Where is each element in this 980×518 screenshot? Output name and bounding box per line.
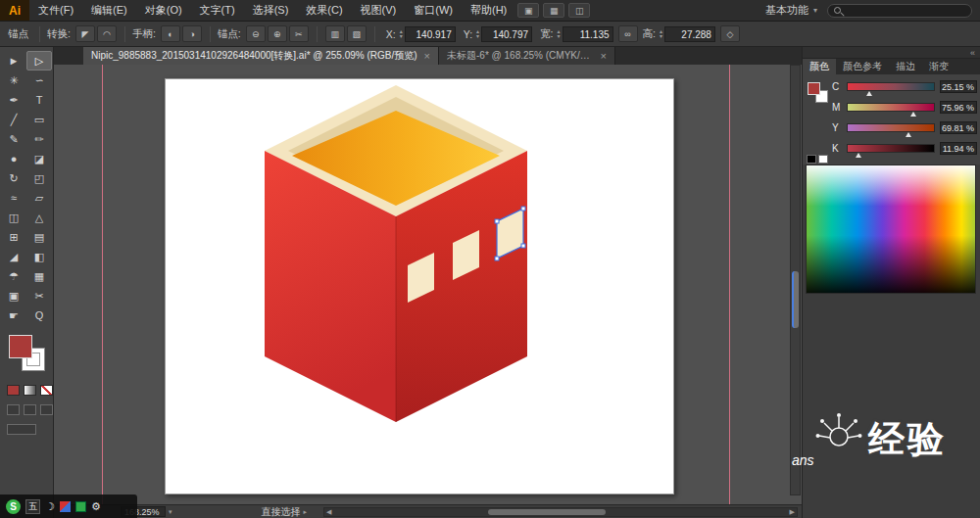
sogou-icon[interactable]: S — [6, 499, 21, 514]
collapse-panels-icon[interactable]: « — [970, 48, 975, 58]
horizontal-scrollbar[interactable]: ◀ ▶ — [323, 507, 798, 517]
menu-help[interactable]: 帮助(H) — [462, 0, 515, 21]
convert-to-smooth-button[interactable]: ◠ — [97, 25, 117, 42]
none-button[interactable] — [40, 385, 53, 396]
width-tool[interactable]: ≈ — [1, 188, 26, 208]
draw-behind-button[interactable] — [24, 404, 36, 415]
grid-icon[interactable] — [75, 501, 86, 512]
cut-path-button[interactable]: ✂ — [289, 25, 309, 42]
menu-window[interactable]: 窗口(W) — [405, 0, 462, 21]
yellow-slider[interactable] — [847, 123, 935, 132]
symbol-sprayer-tool[interactable]: ☂ — [1, 266, 26, 286]
artboard[interactable] — [165, 78, 674, 494]
status-menu-icon[interactable]: ▸ — [304, 508, 308, 516]
fill-swatch[interactable] — [9, 335, 32, 358]
magic-wand-tool[interactable]: ✳ — [1, 71, 26, 90]
color-spectrum[interactable] — [806, 165, 976, 294]
mesh-tool[interactable]: ⊞ — [1, 227, 26, 247]
slice-tool[interactable]: ✂ — [26, 286, 52, 306]
eraser-tool[interactable]: ◪ — [26, 149, 52, 168]
skin-icon[interactable] — [60, 501, 71, 512]
wubi-mode-icon[interactable]: 五 — [25, 499, 40, 514]
remove-anchor-button[interactable]: ⊖ — [246, 25, 266, 42]
direct-selection-tool[interactable]: ▷ — [26, 51, 52, 71]
moon-icon[interactable]: ☽ — [45, 500, 55, 513]
hide-handles-button[interactable]: ◑ — [182, 25, 202, 42]
column-graph-tool[interactable]: ▦ — [26, 266, 52, 286]
gear-icon[interactable]: ⚙ — [91, 500, 101, 513]
height-value-field[interactable]: 27.288 — [664, 26, 715, 42]
x-value-field[interactable]: 140.917 — [405, 26, 456, 42]
arrange-documents-icon[interactable]: ▦ — [543, 3, 564, 18]
selection-tool[interactable]: ► — [1, 51, 26, 71]
lasso-tool[interactable]: ∽ — [26, 71, 52, 90]
extras-icon[interactable]: ◫ — [568, 3, 590, 18]
menu-select[interactable]: 选择(S) — [244, 0, 298, 21]
guide-line[interactable] — [729, 65, 730, 504]
eyedropper-tool[interactable]: ◢ — [1, 247, 26, 266]
scroll-right-icon[interactable]: ▶ — [788, 508, 797, 516]
height-spinner[interactable]: ▴▾ — [660, 29, 662, 39]
shape-builder-tool[interactable]: ◫ — [1, 208, 26, 227]
link-dimensions-icon[interactable]: ∞ — [618, 25, 638, 42]
fill-swatch[interactable] — [808, 82, 820, 95]
white-swatch[interactable] — [818, 155, 828, 164]
vertical-scrollbar-thumb[interactable] — [792, 271, 799, 328]
black-slider[interactable] — [847, 144, 935, 153]
tab-color[interactable]: 颜色 — [803, 59, 836, 74]
bridge-icon[interactable]: ▣ — [517, 3, 539, 18]
search-input[interactable] — [827, 4, 972, 18]
rotate-tool[interactable]: ↻ — [1, 168, 26, 188]
scale-tool[interactable]: ◰ — [26, 168, 52, 188]
document-tab-2[interactable]: 未标题-6* @ 168.25% (CMYK/预览) × — [439, 47, 615, 65]
cyan-value-field[interactable]: 25.15 % — [940, 80, 977, 93]
transform-options-button[interactable]: ◇ — [720, 25, 740, 42]
cyan-slider[interactable] — [847, 82, 935, 91]
yellow-value-field[interactable]: 69.81 % — [940, 121, 977, 134]
pencil-tool[interactable]: ✏ — [26, 129, 52, 149]
magenta-value-field[interactable]: 75.96 % — [940, 101, 977, 114]
menu-view[interactable]: 视图(V) — [352, 0, 406, 21]
rectangle-tool[interactable]: ▭ — [26, 110, 52, 129]
document-tab-1[interactable]: Nipic_9885883_20150314102926484000[转换].a… — [83, 47, 439, 65]
isolate-selection-button[interactable]: ▥ — [325, 25, 345, 42]
color-button[interactable] — [7, 385, 20, 396]
select-similar-button[interactable]: ▧ — [347, 25, 367, 42]
draw-inside-button[interactable] — [40, 404, 53, 415]
gradient-tool[interactable]: ▤ — [26, 227, 52, 247]
horizontal-scrollbar-thumb[interactable] — [488, 509, 606, 515]
type-tool[interactable]: T — [26, 90, 52, 110]
perspective-grid-tool[interactable]: △ — [26, 208, 52, 227]
blend-tool[interactable]: ◧ — [26, 247, 52, 266]
menu-effect[interactable]: 效果(C) — [297, 0, 351, 21]
black-swatch[interactable] — [807, 155, 816, 164]
tab-stroke[interactable]: 描边 — [889, 59, 922, 74]
hand-tool[interactable]: ☛ — [1, 306, 26, 325]
tab-gradient[interactable]: 渐变 — [922, 59, 956, 74]
fill-stroke-indicator[interactable] — [808, 82, 831, 106]
free-transform-tool[interactable]: ▱ — [26, 188, 52, 208]
workspace-switcher[interactable]: 基本功能 ▾ — [758, 0, 825, 21]
show-handles-button[interactable]: ◐ — [161, 25, 180, 42]
black-value-field[interactable]: 11.94 % — [940, 142, 977, 155]
zoom-menu-icon[interactable]: ▾ — [169, 508, 172, 516]
menu-type[interactable]: 文字(T) — [191, 0, 244, 21]
line-segment-tool[interactable]: ╱ — [1, 110, 26, 129]
vertical-scrollbar[interactable] — [790, 65, 801, 495]
convert-to-corner-button[interactable]: ◤ — [75, 25, 95, 42]
y-value-field[interactable]: 140.797 — [481, 26, 532, 42]
y-spinner[interactable]: ▴▾ — [476, 29, 479, 39]
magenta-slider[interactable] — [847, 103, 935, 112]
menu-edit[interactable]: 编辑(E) — [82, 0, 136, 21]
gradient-button[interactable] — [24, 385, 36, 396]
width-spinner[interactable]: ▴▾ — [557, 29, 560, 39]
guide-line[interactable] — [102, 65, 103, 504]
close-icon[interactable]: × — [424, 47, 430, 65]
canvas-area[interactable] — [54, 65, 802, 504]
zoom-tool[interactable]: Q — [26, 306, 52, 325]
add-anchor-button[interactable]: ⊕ — [268, 25, 287, 42]
close-icon[interactable]: × — [601, 47, 607, 65]
tab-color-guide[interactable]: 颜色参考 — [836, 59, 889, 74]
pen-tool[interactable]: ✒ — [1, 90, 26, 110]
horizontal-scrollbar-track[interactable] — [333, 508, 787, 516]
